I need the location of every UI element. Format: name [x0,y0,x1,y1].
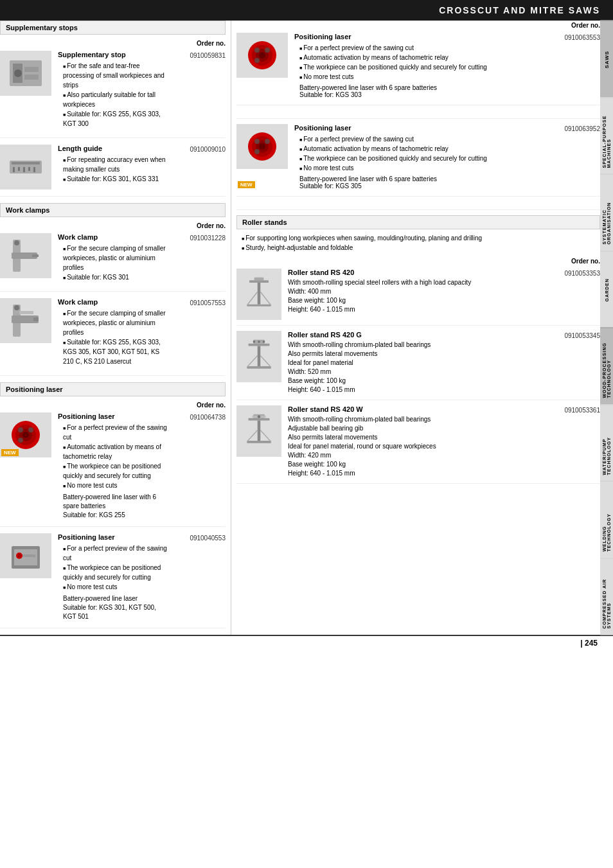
svg-line-52 [260,292,271,305]
order-no-roller-rs420: 0910053353 [542,269,600,320]
work-clamps-header: Work clamps [0,203,226,217]
svg-point-37 [254,48,260,53]
svg-rect-9 [23,167,25,172]
svg-point-39 [254,58,260,63]
product-title-pos-laser-2: Positioning laser [58,533,168,541]
order-no-pos-laser-r1: 0910063553 [542,33,600,98]
svg-point-25 [18,427,23,432]
svg-rect-47 [254,278,264,281]
svg-line-51 [247,292,258,305]
product-image-roller-rs420g [236,331,281,382]
order-no-label-supp: Order no. [0,39,226,48]
product-info-pos-laser-r2: Positioning laser For a perfect preview … [294,124,542,190]
order-no-roller-rs420g: 0910053345 [542,331,600,394]
right-col-top: Order no. [236,21,600,119]
product-image-length-guide [0,145,51,190]
product-desc-pos-laser-2: For a perfect preview of the sawing cut … [58,544,168,621]
header-title: CROSSCUT AND MITRE SAWS [439,5,600,15]
svg-line-57 [247,356,258,368]
product-title-pos-laser-r1: Positioning laser [294,33,542,40]
svg-point-24 [22,432,29,438]
svg-rect-56 [247,366,271,369]
page-title: CROSSCUT AND MITRE SAWS [0,0,613,21]
product-image-pos-laser-1: NEW [0,412,51,457]
svg-rect-11 [33,167,35,172]
svg-point-46 [254,149,260,154]
positioning-laser-header-left: Positioning laser [0,382,226,396]
svg-rect-50 [247,305,271,306]
svg-line-66 [247,430,258,442]
svg-rect-48 [249,280,269,283]
product-title-length-guide: Length guide [58,145,168,152]
svg-point-15 [14,240,19,245]
product-roller-rs420: Roller stand RS 420 With smooth-rolling … [236,269,600,326]
supplementary-stops-header: Supplementary stops [0,21,226,35]
svg-rect-7 [13,167,15,172]
product-info-pos-laser-1: Positioning laser For a perfect preview … [58,412,168,520]
svg-point-19 [14,305,19,310]
page-number: | 245 [580,639,598,648]
svg-point-4 [14,69,22,77]
svg-line-58 [260,356,271,368]
sidebar-tab-compressed[interactable]: COMPRESSED AIR SYSTEMS [600,558,613,635]
svg-point-45 [265,139,270,144]
svg-rect-20 [19,311,33,314]
new-badge-laser-r2: NEW [238,181,255,188]
product-desc-length-guide: For repeating accuracy even when making … [58,155,168,184]
order-no-label-right: Order no. [236,21,600,30]
svg-rect-65 [247,441,271,443]
svg-point-61 [263,341,265,343]
product-desc-pos-laser-1: For a perfect preview of the sawing cut … [58,423,168,520]
product-image-work-clamp-2 [0,298,51,343]
sidebar-tab-welding[interactable]: WELDING TECHNOLOGY [600,481,613,558]
product-image-supp-stop [0,51,51,96]
product-desc-work-clamp-2: For the secure clamping of smaller workp… [58,308,168,366]
sidebar-tab-water[interactable]: WATER/PUMP TECHNOLOGY [600,405,613,482]
svg-point-36 [259,52,265,58]
svg-point-60 [258,341,260,343]
product-info-supp-stop: Supplementary stop For the safe and tear… [58,51,168,131]
product-pos-laser-r2: NEW Positioning laser For a perfect prev… [236,124,600,197]
product-image-roller-rs420w [236,405,281,457]
svg-rect-2 [24,67,39,72]
sidebar-tab-garden[interactable]: GARDEN [600,251,613,328]
product-title-work-clamp-1: Work clamp [58,233,168,241]
svg-rect-14 [32,254,39,257]
right-col-laser2: NEW Positioning laser For a perfect prev… [236,124,600,210]
product-pos-laser-r1: Positioning laser For a perfect preview … [236,33,600,105]
sidebar-tab-wood[interactable]: WOOD-PROCESSING TECHNOLOGY [600,328,613,405]
product-image-pos-laser-r2: NEW [236,124,288,169]
sidebar-tab-systematic[interactable]: SYSTEMATIC ORGANISATION [600,174,613,251]
svg-rect-8 [18,167,20,171]
product-roller-rs420g: Roller stand RS 420 G With smooth-rollin… [236,331,600,400]
product-title-roller-rs420w: Roller stand RS 420 W [288,405,542,413]
svg-point-59 [253,341,256,343]
svg-point-69 [258,415,261,418]
product-title-supp-stop: Supplementary stop [58,51,168,58]
product-title-work-clamp-2: Work clamp [58,298,168,306]
product-supplementary-stop: Supplementary stop For the safe and tear… [0,51,226,138]
order-no-roller-rs420w: 0910053361 [542,405,600,478]
product-title-pos-laser-r2: Positioning laser [294,124,542,132]
product-pos-laser-1: NEW Positioning laser For a perfect prev… [0,412,226,527]
sidebar-tab-special[interactable]: SPECIAL-PURPOSE MACHINES [600,98,613,175]
product-image-pos-laser-r1 [236,33,288,78]
product-info-pos-laser-r1: Positioning laser For a perfect preview … [294,33,542,98]
sidebar-tab-saws[interactable]: SAWS [600,21,613,98]
product-pos-laser-2: Positioning laser For a perfect preview … [0,533,226,628]
product-image-pos-laser-2 [0,533,51,578]
order-no-pos-laser-1: 0910064738 [168,412,226,520]
product-work-clamp-1: Work clamp For the secure clamping of sm… [0,233,226,292]
product-desc-supp-stop: For the safe and tear-free processing of… [58,61,168,128]
order-no-pos-laser-r2: 0910063952 [542,124,600,190]
roller-stands-intro: For supporting long workpieces when sawi… [236,233,600,252]
product-title-pos-laser-1: Positioning laser [58,412,168,420]
right-sidebar: SAWS SPECIAL-PURPOSE MACHINES SYSTEMATIC… [600,21,613,635]
order-no-pos-laser-2: 0910040553 [168,533,226,621]
svg-rect-54 [249,344,270,346]
product-info-work-clamp-2: Work clamp For the secure clamping of sm… [58,298,168,369]
order-no-work-clamp-2: 0910057553 [168,298,226,369]
svg-point-44 [254,139,260,144]
svg-rect-32 [22,554,35,557]
svg-point-27 [18,438,23,443]
